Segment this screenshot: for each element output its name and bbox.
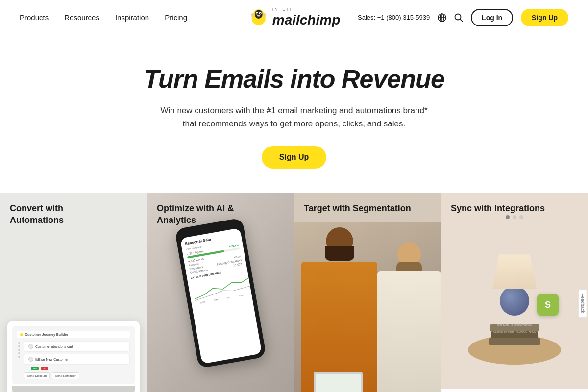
book-label-1: Irend Klein - I'll Show Myself Out <box>493 321 536 328</box>
person-b <box>377 242 441 392</box>
workflow-step-2: If/Else New Customer <box>24 354 130 365</box>
product-display: Irend Klein - I'll Show Myself Out Gabri… <box>466 227 564 365</box>
hero-section: Turn Emails into Revenue Win new custome… <box>0 35 588 193</box>
hero-title: Turn Emails into Revenue <box>20 65 568 94</box>
dot-2 <box>513 215 516 219</box>
header-actions: Sales: +1 (800) 315-5939 Log In Sign Up <box>358 9 568 26</box>
panel-analytics: Optimize with AI & Analytics Seasonal Sa… <box>147 193 294 392</box>
logo-text-group: intuit mailchimp <box>272 7 340 28</box>
yellow-dot <box>20 333 23 336</box>
dot-3 <box>519 215 523 219</box>
laptop-mockup: Customer Journey Builder <box>7 321 140 392</box>
dot-1 <box>506 215 510 219</box>
logo[interactable]: intuit mailchimp <box>248 7 340 28</box>
intuit-label: intuit <box>272 7 340 12</box>
add-to-cart-bar: ADD TO CART <box>441 389 588 392</box>
mailchimp-logo-icon <box>248 7 270 28</box>
shopify-badge: S <box>537 294 559 316</box>
person-b-body <box>377 271 441 392</box>
desk-laptop-screen <box>316 374 361 392</box>
panel-automations-title: Convert with Automations <box>10 203 118 226</box>
step-icon-2 <box>28 357 33 362</box>
automations-visual: Customer Journey Builder <box>0 222 147 392</box>
signup-button-hero[interactable]: Sign Up <box>262 146 326 169</box>
workflow-buttons: Send Discount Send Reminder <box>24 372 130 379</box>
svg-point-7 <box>251 13 254 17</box>
sidebar-icon <box>18 352 20 354</box>
lamp-shade <box>492 254 537 289</box>
nav-inspiration[interactable]: Inspiration <box>115 13 149 22</box>
send-discount-btn: Send Discount <box>24 372 50 379</box>
header: Products Resources Inspiration Pricing i… <box>0 0 588 35</box>
globe-icon[interactable] <box>438 13 446 22</box>
main-nav: Products Resources Inspiration Pricing <box>20 13 187 22</box>
panel-automations: Convert with Automations Customer Journe… <box>0 193 147 392</box>
mailchimp-label: mailchimp <box>272 12 340 27</box>
book-label-2: Gabrielle de Villers - ARAN GOTHACA <box>493 328 536 335</box>
feedback-tab[interactable]: Feedback <box>578 289 587 318</box>
laptop-screen: Customer Journey Builder <box>12 326 135 384</box>
search-icon[interactable] <box>454 13 463 22</box>
sales-phone: Sales: +1 (800) 315-5939 <box>358 14 430 21</box>
svg-point-9 <box>257 15 260 16</box>
panel-integrations: Sync with Integrations Irend Klein <box>441 193 588 392</box>
send-reminder-btn: Send Reminder <box>52 372 79 379</box>
hero-subtitle: Win new customers with the #1 email mark… <box>157 104 431 130</box>
nav-pricing[interactable]: Pricing <box>165 13 187 22</box>
sidebar-icon <box>18 345 20 347</box>
feature-panels: Convert with Automations Customer Journe… <box>0 193 588 392</box>
step-icon <box>28 344 33 349</box>
nav-resources[interactable]: Resources <box>64 13 99 22</box>
login-button[interactable]: Log In <box>471 9 513 26</box>
laptop-keyboard <box>12 386 135 392</box>
panel-integrations-title: Sync with Integrations <box>451 203 545 214</box>
workflow-step-1: Customer abandons cart <box>24 341 130 352</box>
panel-segmentation: Target with Segmentation <box>294 193 441 392</box>
panel-segmentation-title: Target with Segmentation <box>304 203 411 214</box>
panel-analytics-title: Optimize with AI & Analytics <box>157 203 265 226</box>
person-a <box>301 227 377 392</box>
decorative-ball <box>500 286 529 316</box>
desk-laptop <box>314 372 363 392</box>
svg-point-2 <box>255 10 263 19</box>
svg-point-5 <box>257 13 258 14</box>
nav-products[interactable]: Products <box>20 13 49 22</box>
sidebar-icon <box>18 342 20 344</box>
sidebar-icon <box>18 356 20 358</box>
carousel-dots <box>506 215 523 219</box>
book-3 <box>489 338 540 345</box>
svg-point-6 <box>260 13 261 14</box>
svg-line-15 <box>460 19 463 22</box>
lamp-table: Irend Klein - I'll Show Myself Out Gabri… <box>466 227 564 365</box>
journey-builder-label: Customer Journey Builder <box>17 331 130 338</box>
svg-point-8 <box>263 13 266 17</box>
signup-button-header[interactable]: Sign Up <box>521 9 568 26</box>
sidebar-icon <box>18 349 20 351</box>
